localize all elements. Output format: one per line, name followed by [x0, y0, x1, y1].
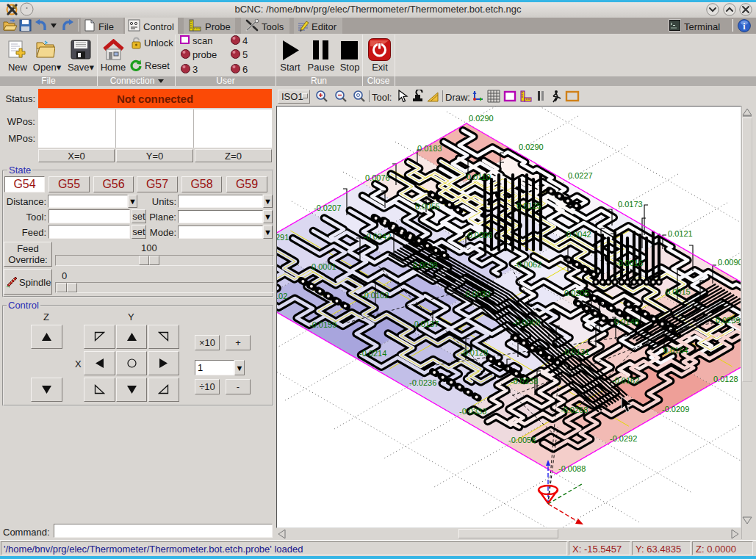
svg-text:-0.0131: -0.0131 [562, 347, 589, 356]
svg-text:0.0076: 0.0076 [365, 173, 390, 182]
svg-text:0.0239: 0.0239 [716, 316, 741, 325]
svg-text:0.0205: 0.0205 [564, 289, 589, 297]
svg-text:0.0015: 0.0015 [666, 287, 691, 296]
svg-text:-0.0016: -0.0016 [616, 259, 643, 267]
svg-text:0.0125: 0.0125 [516, 201, 541, 210]
svg-text:-0.0128: -0.0128 [461, 348, 488, 357]
svg-text:0.0055: 0.0055 [415, 202, 440, 211]
svg-text:-0.0238: -0.0238 [511, 377, 538, 386]
svg-text:-0.0291: -0.0291 [277, 233, 289, 242]
svg-text:0.0090: 0.0090 [718, 258, 741, 267]
svg-text:0.0227: 0.0227 [568, 171, 593, 180]
svg-text:0.0148: 0.0148 [614, 317, 639, 326]
svg-text:-0.0209: -0.0209 [662, 405, 689, 414]
svg-text:0.0290: 0.0290 [469, 114, 494, 123]
svg-text:-0.0207: -0.0207 [314, 203, 341, 212]
svg-text:0.0290: 0.0290 [519, 143, 544, 151]
svg-text:-0.0030: -0.0030 [463, 289, 490, 298]
svg-text:-0.0088: -0.0088 [558, 464, 586, 473]
svg-text:0.0042: 0.0042 [566, 230, 591, 239]
svg-text:0.0121: 0.0121 [668, 229, 693, 238]
svg-text:0.0173: 0.0173 [618, 200, 643, 209]
svg-text:-0.0058: -0.0058 [508, 436, 536, 444]
svg-text:-0.0292: -0.0292 [610, 434, 637, 443]
svg-text:-0.0102: -0.0102 [277, 292, 287, 300]
svg-text:0.0128: 0.0128 [713, 375, 738, 383]
svg-text:-0.0214: -0.0214 [359, 349, 386, 358]
svg-text:-0.0236: -0.0236 [409, 378, 436, 387]
svg-text:-0.0062: -0.0062 [514, 260, 541, 269]
svg-text:-0.0268: -0.0268 [561, 405, 588, 414]
svg-text:-0.0006: -0.0006 [465, 231, 492, 239]
svg-text:-0.0162: -0.0162 [612, 376, 639, 385]
svg-text:0.0183: 0.0183 [417, 144, 442, 153]
svg-text:-0.0159: -0.0159 [309, 320, 336, 329]
svg-text:-0.0333: -0.0333 [459, 407, 486, 416]
svg-text:0.0110: 0.0110 [467, 173, 491, 181]
svg-text:-0.0242: -0.0242 [364, 232, 391, 241]
svg-text:-0.0137: -0.0137 [411, 320, 439, 328]
svg-text:-0.0068: -0.0068 [513, 318, 540, 327]
svg-text:0.0001: 0.0001 [312, 262, 336, 271]
svg-text:0.0164: 0.0164 [663, 346, 688, 355]
svg-text:0.0038: 0.0038 [413, 261, 438, 270]
svg-text:-0.0102: -0.0102 [361, 291, 389, 300]
